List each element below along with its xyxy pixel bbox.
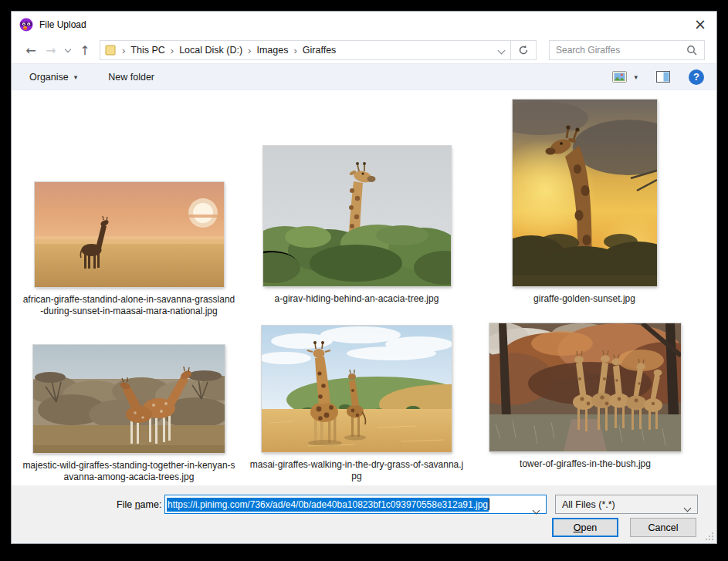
view-thumbnails-icon[interactable] (612, 71, 627, 83)
breadcrumb-separator: › (171, 46, 174, 56)
file-name: masai-giraffes-walking-in-the-dry-grass-… (249, 459, 464, 482)
address-bar[interactable]: › This PC › Local Disk (D:) › Images › G… (100, 40, 537, 60)
file-thumbnail (513, 100, 657, 286)
file-type-value: All Files (*.*) (562, 499, 615, 510)
file-item-tower[interactable]: tower-of-giraffes-in-the-bush.jpg (469, 323, 701, 470)
file-item-golden-sunset[interactable]: giraffe-golden-sunset.jpg (469, 100, 700, 305)
file-item-acacia[interactable]: a-girav-hiding-behind-an-acacia-tree.jpg (241, 146, 472, 305)
close-icon[interactable]: × (684, 12, 716, 36)
chevron-down-icon: ▾ (634, 73, 638, 81)
file-item-kenyan-savanna[interactable]: majestic-wild-giraffes-standing-together… (13, 345, 245, 483)
dialog-footer: File name: https://i.pinimg.com/736x/ad/… (12, 485, 716, 543)
file-list: african-giraffe-standind-alone-in-savann… (12, 90, 716, 485)
organise-label: Organise (29, 72, 69, 83)
recent-locations-icon[interactable] (61, 40, 75, 60)
preview-pane-icon[interactable] (656, 71, 670, 83)
file-thumbnail (35, 182, 224, 287)
file-name-input[interactable]: https://i.pinimg.com/736x/ad/e4/0b/ade40… (164, 495, 547, 514)
view-options-icon[interactable]: ▾ (634, 73, 638, 81)
navigation-bar: ← → ↑ › This PC › Local Disk (D:) › Imag… (12, 37, 716, 63)
buttons-row: Open Cancel (12, 518, 716, 537)
chevron-down-icon (533, 507, 540, 515)
file-thumbnail (262, 326, 452, 452)
breadcrumb-item-giraffes[interactable]: Giraffes (303, 45, 337, 56)
file-thumbnail (263, 146, 451, 286)
search-input[interactable] (550, 44, 686, 56)
file-name: majestic-wild-giraffes-standing-together… (22, 460, 236, 483)
breadcrumb-separator: › (248, 46, 251, 56)
command-toolbar: Organise ▾ New folder ▾ ? (12, 63, 716, 90)
chevron-down-icon (497, 46, 505, 54)
chevron-down-icon (684, 505, 692, 512)
breadcrumb-separator: › (293, 46, 296, 56)
file-name: african-giraffe-standind-alone-in-savann… (22, 294, 236, 317)
file-thumbnail (33, 345, 225, 453)
breadcrumb-item-this-pc[interactable]: This PC (130, 45, 164, 56)
file-name: giraffe-golden-sunset.jpg (477, 293, 692, 305)
file-type-dropdown-icon (685, 502, 690, 513)
address-dropdown-icon[interactable] (492, 41, 510, 59)
folder-icon (105, 45, 117, 56)
file-type-select[interactable]: All Files (*.*) (555, 495, 698, 514)
file-item-african-giraffe[interactable]: african-giraffe-standind-alone-in-savann… (13, 182, 245, 317)
chevron-down-icon: ▾ (74, 73, 78, 81)
breadcrumb-separator: › (122, 46, 125, 56)
file-name-row: File name: https://i.pinimg.com/736x/ad/… (12, 485, 716, 514)
help-icon[interactable]: ? (689, 69, 704, 85)
file-item-masai-walking[interactable]: masai-giraffes-walking-in-the-dry-grass-… (241, 326, 472, 482)
title-bar: File Upload × (12, 12, 716, 37)
resize-grip[interactable] (712, 539, 713, 540)
file-name-label: File name: (117, 499, 161, 510)
app-icon (19, 18, 33, 32)
file-name-dropdown-icon[interactable] (533, 502, 539, 516)
window-title: File Upload (39, 19, 86, 30)
file-thumbnail (489, 323, 681, 451)
new-folder-button[interactable]: New folder (108, 72, 154, 83)
back-icon[interactable]: ← (21, 40, 41, 60)
file-upload-dialog: File Upload × ← → ↑ › This PC › Local Di… (11, 11, 717, 544)
search-box[interactable] (549, 40, 705, 60)
file-name: a-girav-hiding-behind-an-acacia-tree.jpg (249, 293, 464, 305)
text-caret (489, 498, 489, 510)
breadcrumb-item-local-disk[interactable]: Local Disk (D:) (179, 45, 242, 56)
acacia-bushes (263, 225, 451, 286)
cancel-button[interactable]: Cancel (630, 518, 696, 537)
organise-button[interactable]: Organise ▾ (29, 72, 77, 83)
forward-icon: → (41, 40, 61, 60)
breadcrumb-item-images[interactable]: Images (256, 45, 288, 56)
chevron-down-icon (65, 46, 71, 52)
file-name-value: https://i.pinimg.com/736x/ad/e4/0b/ade40… (167, 498, 489, 512)
open-button[interactable]: Open (552, 518, 618, 537)
up-icon[interactable]: ↑ (75, 40, 95, 60)
file-name: tower-of-giraffes-in-the-bush.jpg (478, 458, 692, 470)
search-icon[interactable] (686, 45, 697, 56)
refresh-icon[interactable] (511, 41, 536, 59)
